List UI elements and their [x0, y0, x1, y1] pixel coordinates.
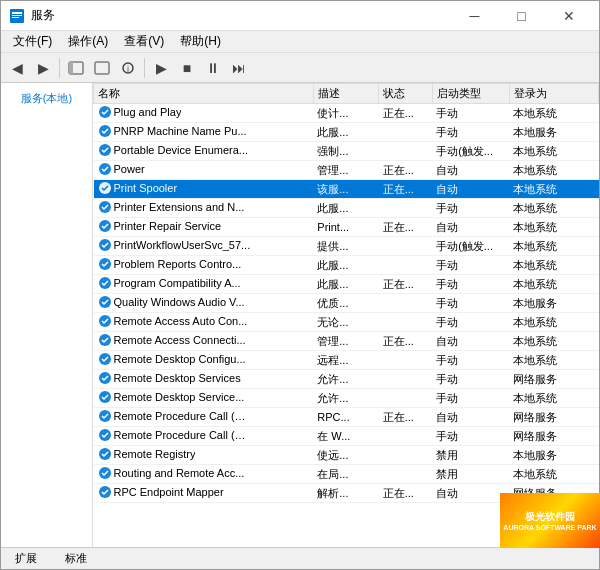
maximize-button[interactable]: □ — [499, 4, 544, 28]
content-area: 服务(本地) 名称 描述 状态 启动类型 登录为 Plug — [1, 83, 599, 547]
service-desc-cell: RPC... — [313, 408, 378, 427]
service-startup-cell: 手动 — [432, 313, 509, 332]
tab-expand[interactable]: 扩展 — [9, 549, 43, 568]
svg-text:i: i — [127, 64, 129, 74]
table-row[interactable]: Quality Windows Audio V...优质...手动本地服务 — [94, 294, 599, 313]
service-name-cell: RPC Endpoint Mapper — [94, 484, 314, 503]
forward-button[interactable]: ▶ — [31, 56, 55, 80]
table-row[interactable]: Portable Device Enumera...强制...手动(触发...本… — [94, 142, 599, 161]
table-row[interactable]: Remote Access Auto Con...无论...手动本地系统 — [94, 313, 599, 332]
service-name-cell: Remote Desktop Services — [94, 370, 314, 389]
service-name-cell: Power — [94, 161, 314, 180]
service-startup-cell: 自动 — [432, 161, 509, 180]
table-row[interactable]: Problem Reports Contro...此服...手动本地系统 — [94, 256, 599, 275]
menu-item-v[interactable]: 查看(V) — [116, 31, 172, 52]
table-row[interactable]: Remote Procedure Call (…RPC...正在...自动网络服… — [94, 408, 599, 427]
service-startup-cell: 自动 — [432, 332, 509, 351]
service-status-cell — [379, 370, 432, 389]
back-button[interactable]: ◀ — [5, 56, 29, 80]
service-name-cell: PrintWorkflowUserSvc_57... — [94, 237, 314, 256]
col-header-startup[interactable]: 启动类型 — [432, 84, 509, 104]
service-desc-cell: 此服... — [313, 199, 378, 218]
sidebar-label[interactable]: 服务(本地) — [17, 87, 76, 110]
table-row[interactable]: Remote Desktop Services允许...手动网络服务 — [94, 370, 599, 389]
table-row[interactable]: Power管理...正在...自动本地系统 — [94, 161, 599, 180]
service-login-cell: 本地系统 — [509, 218, 598, 237]
service-startup-cell: 手动 — [432, 389, 509, 408]
svg-rect-6 — [95, 62, 109, 74]
properties-button[interactable]: i — [116, 56, 140, 80]
table-row[interactable]: Print Spooler该服...正在...自动本地系统 — [94, 180, 599, 199]
service-startup-cell: 自动 — [432, 180, 509, 199]
table-row[interactable]: Remote Access Connecti...管理...正在...自动本地系… — [94, 332, 599, 351]
window-controls: ─ □ ✕ — [452, 4, 591, 28]
logo-area: 极光软件园 AURORA SOFTWARE PARK — [500, 493, 600, 548]
service-startup-cell: 手动 — [432, 123, 509, 142]
tab-standard[interactable]: 标准 — [59, 549, 93, 568]
show-hide-button[interactable] — [64, 56, 88, 80]
service-desc-cell: 该服... — [313, 180, 378, 199]
service-desc-cell: 远程... — [313, 351, 378, 370]
service-name-cell: PNRP Machine Name Pu... — [94, 123, 314, 142]
sidebar: 服务(本地) — [1, 83, 93, 547]
col-header-login[interactable]: 登录为 — [509, 84, 598, 104]
toolbar-separator-1 — [59, 58, 60, 78]
service-status-cell: 正在... — [379, 104, 432, 123]
table-row[interactable]: Remote Desktop Configu...远程...手动本地系统 — [94, 351, 599, 370]
service-status-cell: 正在... — [379, 218, 432, 237]
services-list: 名称 描述 状态 启动类型 登录为 Plug and Play使计...正在..… — [93, 83, 599, 503]
service-login-cell: 网络服务 — [509, 370, 598, 389]
col-header-name[interactable]: 名称 — [94, 84, 314, 104]
view-button[interactable] — [90, 56, 114, 80]
service-startup-cell: 手动 — [432, 427, 509, 446]
service-name-cell: Remote Access Auto Con... — [94, 313, 314, 332]
menu-item-h[interactable]: 帮助(H) — [172, 31, 229, 52]
service-status-cell: 正在... — [379, 275, 432, 294]
title-bar: 服务 ─ □ ✕ — [1, 1, 599, 31]
table-row[interactable]: Plug and Play使计...正在...手动本地系统 — [94, 104, 599, 123]
service-login-cell: 本地系统 — [509, 161, 598, 180]
menu-bar: 文件(F)操作(A)查看(V)帮助(H) — [1, 31, 599, 53]
table-row[interactable]: PrintWorkflowUserSvc_57...提供...手动(触发...本… — [94, 237, 599, 256]
service-login-cell: 本地系统 — [509, 142, 598, 161]
restart-button[interactable]: ⏭ — [227, 56, 251, 80]
service-desc-cell: 在局... — [313, 465, 378, 484]
main-window: 服务 ─ □ ✕ 文件(F)操作(A)查看(V)帮助(H) ◀ ▶ i ▶ ■ … — [0, 0, 600, 570]
play-button[interactable]: ▶ — [149, 56, 173, 80]
service-desc-cell: 允许... — [313, 389, 378, 408]
service-status-cell — [379, 123, 432, 142]
menu-item-a[interactable]: 操作(A) — [60, 31, 116, 52]
col-header-status[interactable]: 状态 — [379, 84, 432, 104]
service-startup-cell: 自动 — [432, 408, 509, 427]
service-startup-cell: 手动(触发... — [432, 142, 509, 161]
service-login-cell: 本地服务 — [509, 294, 598, 313]
minimize-button[interactable]: ─ — [452, 4, 497, 28]
stop-button[interactable]: ■ — [175, 56, 199, 80]
service-status-cell: 正在... — [379, 484, 432, 503]
pause-button[interactable]: ⏸ — [201, 56, 225, 80]
svg-rect-2 — [12, 15, 22, 16]
service-login-cell: 本地服务 — [509, 446, 598, 465]
col-header-desc[interactable]: 描述 — [313, 84, 378, 104]
service-name-cell: Printer Repair Service — [94, 218, 314, 237]
menu-item-f[interactable]: 文件(F) — [5, 31, 60, 52]
table-row[interactable]: Routing and Remote Acc...在局...禁用本地系统 — [94, 465, 599, 484]
table-row[interactable]: Remote Registry使远...禁用本地服务 — [94, 446, 599, 465]
service-status-cell — [379, 389, 432, 408]
service-name-cell: Printer Extensions and N... — [94, 199, 314, 218]
service-status-cell — [379, 313, 432, 332]
service-desc-cell: 使远... — [313, 446, 378, 465]
close-button[interactable]: ✕ — [546, 4, 591, 28]
services-table[interactable]: 名称 描述 状态 启动类型 登录为 Plug and Play使计...正在..… — [93, 83, 599, 547]
table-row[interactable]: Program Compatibility A...此服...正在...手动本地… — [94, 275, 599, 294]
app-icon — [9, 8, 25, 24]
table-row[interactable]: PNRP Machine Name Pu...此服...手动本地服务 — [94, 123, 599, 142]
service-name-cell: Remote Procedure Call (… — [94, 408, 314, 427]
service-desc-cell: 允许... — [313, 370, 378, 389]
table-row[interactable]: Printer Repair ServicePrint...正在...自动本地系… — [94, 218, 599, 237]
table-row[interactable]: Remote Desktop Service...允许...手动本地系统 — [94, 389, 599, 408]
table-row[interactable]: Remote Procedure Call (…在 W...手动网络服务 — [94, 427, 599, 446]
table-row[interactable]: Printer Extensions and N...此服...手动本地系统 — [94, 199, 599, 218]
service-desc-cell: 此服... — [313, 256, 378, 275]
service-status-cell: 正在... — [379, 332, 432, 351]
